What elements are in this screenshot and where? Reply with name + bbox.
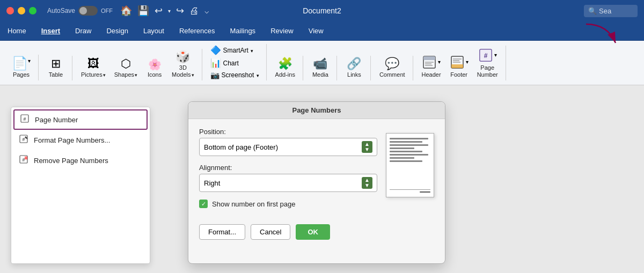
screenshot-button[interactable]: 📷 Screenshot ▾ (208, 70, 262, 80)
chart-button[interactable]: 📊 Chart (208, 57, 262, 69)
show-first-page-row: ✓ Show number on first page (199, 200, 377, 208)
screenshot-icon: 📷 (210, 71, 219, 79)
position-row: Position: Bottom of page (Footer) ▲ ▼ (199, 128, 377, 156)
more-icon[interactable]: ⌵ (204, 6, 209, 15)
menu-insert[interactable]: Insert (34, 24, 68, 38)
position-value: Bottom of page (Footer) (204, 143, 362, 151)
smartart-button[interactable]: 🔷 SmartArt ▾ (208, 44, 262, 56)
alignment-select[interactable]: Right ▲ ▼ (199, 174, 377, 192)
pictures-icon: 🖼 (87, 58, 99, 70)
pages-label: Pages (13, 71, 30, 78)
header-button[interactable]: ▾ Header (419, 53, 444, 80)
page-number-label: PageNumber (477, 64, 498, 78)
ribbon-group-addins: 🧩 Add-ins (268, 56, 303, 80)
media-label: Media (312, 71, 328, 78)
table-button[interactable]: ⊞ Table (44, 56, 68, 80)
dropdown-remove-page-numbers[interactable]: # Remove Page Numbers (11, 150, 150, 171)
smartart-icon: 🔷 (210, 45, 221, 55)
svg-rect-6 (451, 64, 463, 68)
titlebar-icons: 🏠 💾 ↩ ▾ ↪ 🖨 ⌵ (120, 5, 209, 17)
dropdown-format-label: Format Page Numbers... (34, 136, 110, 144)
alignment-select-arrow[interactable]: ▲ ▼ (362, 177, 372, 189)
ribbon: 📄▾ Pages ⊞ Table 🖼 Pictures▾ ⬡ Shapes▾ 🌸… (0, 41, 644, 85)
pages-button[interactable]: 📄▾ Pages (9, 55, 34, 80)
pictures-button[interactable]: 🖼 Pictures▾ (78, 56, 109, 80)
redo-icon[interactable]: ↪ (176, 5, 184, 17)
addins-button[interactable]: 🧩 Add-ins (272, 56, 298, 80)
traffic-lights (6, 7, 36, 14)
addins-icon: 🧩 (278, 58, 292, 70)
search-box[interactable]: 🔍 Sea (584, 5, 638, 17)
ok-button[interactable]: OK (296, 224, 330, 240)
autosave-toggle[interactable] (78, 6, 98, 16)
position-select-arrow[interactable]: ▲ ▼ (362, 141, 372, 153)
ribbon-group-smartart: 🔷 SmartArt ▾ 📊 Chart 📷 Screenshot ▾ (203, 44, 267, 80)
smartart-label: SmartArt ▾ (223, 47, 254, 54)
footer-button[interactable]: ▾ Footer (447, 53, 472, 80)
preview-line-3 (390, 144, 428, 146)
content-area: # Page Number # Format Page Numbers... # (0, 85, 644, 273)
svg-text:#: # (23, 116, 26, 122)
pictures-label: Pictures▾ (81, 71, 106, 78)
dropdown-format-page-numbers[interactable]: # Format Page Numbers... (11, 130, 150, 150)
shapes-button[interactable]: ⬡ Shapes▾ (111, 56, 141, 80)
preview-line-1 (390, 138, 428, 139)
alignment-row: Alignment: Right ▲ ▼ (199, 164, 377, 192)
menu-mailings[interactable]: Mailings (222, 24, 263, 38)
page-numbers-dialog: Page Numbers Position: Bottom of page (F… (188, 101, 445, 264)
icons-label: Icons (148, 71, 162, 78)
alignment-label: Alignment: (199, 164, 377, 172)
menu-layout[interactable]: Layout (136, 24, 172, 38)
links-label: Links (347, 71, 361, 78)
header-icon: ▾ (422, 55, 441, 70)
media-icon: 📹 (313, 58, 327, 70)
dropdown-page-number-label: Page Number (35, 116, 78, 124)
comment-button[interactable]: 💬 Comment (376, 56, 408, 80)
format-icon: # (19, 134, 28, 146)
preview-line-7 (390, 157, 414, 159)
menu-view[interactable]: View (301, 24, 331, 38)
position-select[interactable]: Bottom of page (Footer) ▲ ▼ (199, 138, 377, 156)
alignment-value: Right (204, 179, 362, 187)
maximize-button[interactable] (29, 7, 36, 14)
position-label: Position: (199, 128, 377, 136)
shapes-icon: ⬡ (121, 58, 131, 70)
titlebar-left: AutoSave OFF 🏠 💾 ↩ ▾ ↪ 🖨 ⌵ (47, 5, 209, 17)
undo-dropdown-icon[interactable]: ▾ (168, 8, 171, 14)
icons-button[interactable]: 🌸 Icons (143, 57, 166, 80)
close-button[interactable] (6, 7, 14, 14)
print-icon[interactable]: 🖨 (189, 5, 199, 17)
save-icon[interactable]: 💾 (137, 5, 149, 17)
document-title: Document2 (303, 6, 341, 15)
header-label: Header (422, 71, 441, 78)
page-number-ribbon-button[interactable]: # ▾ PageNumber (474, 46, 501, 80)
preview-line-2 (390, 141, 422, 143)
menu-review[interactable]: Review (263, 24, 301, 38)
preview-line-5 (390, 151, 422, 152)
dropdown-remove-label: Remove Page Numbers (34, 157, 108, 165)
ribbon-group-table: ⊞ Table (40, 56, 72, 80)
menu-references[interactable]: References (172, 24, 222, 38)
menu-home[interactable]: Home (0, 24, 34, 38)
cancel-button[interactable]: Cancel (251, 224, 290, 240)
shapes-label: Shapes▾ (114, 71, 137, 78)
undo-icon[interactable]: ↩ (155, 5, 163, 17)
home-icon[interactable]: 🏠 (120, 5, 132, 17)
search-icon: 🔍 (588, 7, 597, 15)
menubar: Home Insert Draw Design Layout Reference… (0, 21, 644, 41)
media-button[interactable]: 📹 Media (309, 56, 332, 80)
pages-icon: 📄▾ (12, 57, 31, 70)
autosave-label: AutoSave (47, 7, 75, 14)
links-button[interactable]: 🔗 Links (342, 56, 366, 80)
icons-icon: 🌸 (148, 59, 162, 70)
dropdown-page-number[interactable]: # Page Number (13, 109, 148, 130)
autosave-off-label: OFF (101, 8, 113, 14)
menu-design[interactable]: Design (99, 24, 135, 38)
3dmodels-button[interactable]: 🎲 3DModels▾ (169, 49, 197, 80)
menu-draw[interactable]: Draw (68, 24, 99, 38)
footer-label: Footer (450, 71, 467, 78)
minimize-button[interactable] (18, 7, 25, 14)
format-button[interactable]: Format... (199, 224, 245, 240)
show-first-page-checkbox[interactable]: ✓ (199, 200, 208, 208)
ribbon-group-links: 🔗 Links (338, 56, 371, 80)
